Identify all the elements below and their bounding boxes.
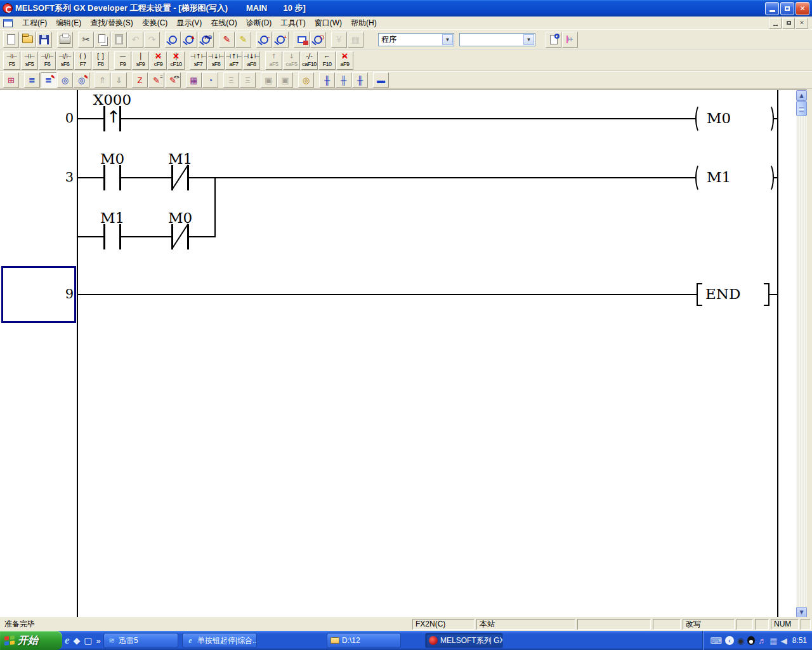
menu-item-1[interactable]: 编辑(E) [51,17,86,29]
macro-button[interactable] [546,32,561,48]
note-display-button[interactable]: ╫ [352,72,368,88]
qq-tray-icon[interactable] [747,636,755,645]
comment-display-button[interactable]: ╫ [319,72,335,88]
closed-contact-button[interactable]: ⊣/⊢F6 [39,51,56,70]
delete-branch-line-button[interactable]: ⌐aF9✕ [336,51,353,70]
paste-button[interactable] [111,32,127,48]
coil-button[interactable]: ( )F7 [74,51,91,70]
find-string-button[interactable]: AB [198,32,214,48]
menu-item-6[interactable]: 诊断(D) [242,17,277,29]
menu-item-3[interactable]: 变换(C) [138,17,173,29]
rising-pulse-button[interactable]: ⊣↑⊢sF7 [190,51,207,70]
media-tray-icon[interactable]: ♬ [758,637,766,645]
find-circuit-button[interactable]: ◻ [310,32,326,48]
mdi-close-button[interactable]: ✕ [796,18,808,29]
application-instruction-button[interactable]: [ ]F8 [92,51,109,70]
menu-item-4[interactable]: 显示(V) [172,17,206,29]
ladder-editor[interactable]: 0 X000 ↑ M0 3 M0 M1 M1 M1 M0 9 END ▲ ▼ [0,90,807,617]
rising-pulse-op-button[interactable]: ↑aF5 [265,51,282,70]
app-quicklaunch-icon[interactable]: ◆ [74,635,81,646]
redo-button[interactable]: ↷ [144,32,160,48]
write-mode-button[interactable]: ≣✎ [41,72,56,88]
collapse-chevron[interactable]: ‹ [725,636,734,645]
parallel-falling-pulse-button[interactable]: ⊣↓⊢aF8 [243,51,260,70]
vertical-scrollbar[interactable]: ▲ ▼ [796,90,807,617]
device-test-button[interactable]: ✎ [219,32,235,48]
closed-contact-m0[interactable] [171,224,189,249]
menu-item-5[interactable]: 在线(O) [206,17,241,29]
end-instruction[interactable]: END [705,286,740,302]
taskbar-task-2[interactable]: e单按钮起停|综合... [182,633,257,648]
print-button[interactable] [57,32,73,48]
find-button[interactable] [165,32,181,48]
zoom-dest-window-button[interactable]: ▣ [277,72,293,88]
scroll-down-button[interactable]: ▼ [796,607,807,617]
parallel-rising-pulse-button[interactable]: ⊣↑⊢aF7 [225,51,242,70]
read-mode-button[interactable]: ≣ [24,72,40,88]
device-batch-button[interactable]: ✎ [235,32,251,48]
copy-button[interactable] [95,32,110,48]
mdi-restore-button[interactable] [782,18,795,29]
blank-combobox[interactable]: ▼ [459,33,535,46]
keyboard-tray-icon[interactable]: ⌨ [710,637,722,645]
open-contact-m0[interactable] [103,165,121,190]
coil-label[interactable]: M0 [707,110,731,126]
close-button[interactable]: ✕ [796,2,809,15]
menu-item-0[interactable]: 工程(F) [18,17,51,29]
delete-horizontal-line-button[interactable]: —cF9✕ [150,51,167,70]
project-data-list-button[interactable] [562,32,578,48]
undo-button[interactable]: ↶ [128,32,143,48]
project-data-list-toggle-button[interactable]: ⊞ [3,72,19,88]
program-check-button[interactable]: ◎ [298,72,314,88]
scrollbar-thumb[interactable] [796,101,807,116]
ie-quicklaunch-icon[interactable]: e [65,634,70,647]
monitor-mode-button[interactable]: ◎ [57,72,73,88]
program-combobox[interactable]: 程序▼ [378,33,454,46]
statement-button[interactable]: ✎≡ [148,72,164,88]
delete-vertical-line-button[interactable]: │cF10✕ [167,51,185,70]
start-button[interactable]: 开始 [0,631,62,650]
menu-item-9[interactable]: 帮助(H) [346,17,381,29]
show-desktop-icon[interactable]: ▢ [84,635,92,646]
volume-tray-icon[interactable]: ◀ [781,637,787,645]
parallel-open-contact-button[interactable]: ⊣⊢sF5 [21,51,38,70]
zoom-source-window-button[interactable]: ▣ [261,72,277,88]
clock-setting-button[interactable]: ◔ [202,72,218,88]
open-project-button[interactable] [20,32,36,48]
invert-operation-button[interactable]: -/-caF10 [301,51,318,70]
quick-launch-chevron-icon[interactable]: » [96,636,101,646]
open-contact-m1[interactable] [103,224,121,249]
write-to-plc-button[interactable]: ⇓ [111,72,127,88]
find-device-button[interactable]: ▲ [181,32,197,48]
save-project-button[interactable] [36,32,52,48]
zoom-in-button[interactable]: + [273,32,289,48]
camera-tray-icon[interactable]: ◉ [737,637,744,645]
new-project-button[interactable] [3,32,19,48]
transfer-button[interactable]: ▦ [348,32,363,48]
taskbar-task-1[interactable]: ≋迅雷5 [103,633,178,648]
coil-label[interactable]: M1 [707,169,731,185]
zoom-out-button[interactable]: − [256,32,272,48]
stop-monitor-button[interactable]: Ξ [240,72,256,88]
combobox-arrow-icon[interactable]: ▼ [442,34,453,45]
display-switch-button[interactable] [294,32,310,48]
taskbar-task-3[interactable]: D:\12 [327,633,401,648]
scroll-up-button[interactable]: ▲ [796,90,807,101]
open-contact-button[interactable]: ⊣⊢F5 [3,51,20,70]
verify-button[interactable]: ¥ [331,32,347,48]
falling-pulse-button[interactable]: ⊣↓⊢sF8 [207,51,225,70]
horizontal-line-button[interactable]: —F9 [114,51,131,70]
mdi-document-icon[interactable] [3,19,13,27]
monitor-write-mode-button[interactable]: ◎✎ [74,72,89,88]
read-from-plc-button[interactable]: ⇑ [95,72,110,88]
vertical-line-button[interactable]: │sF9 [132,51,149,70]
start-monitor-button[interactable]: Ξ [223,72,239,88]
device-comment-button[interactable]: Z [132,72,148,88]
branch-line-button[interactable]: ⌐F10 [318,51,336,70]
device-memory-button[interactable]: ▦ [186,72,202,88]
menu-item-2[interactable]: 查找/替换(S) [86,17,137,29]
taskbar-task-4[interactable]: MELSOFT系列 GX D... [425,633,503,648]
closed-contact-m1[interactable] [171,165,189,190]
note-button[interactable]: ✎<> [165,72,181,88]
network-tray-icon[interactable]: ▦ [769,637,777,645]
